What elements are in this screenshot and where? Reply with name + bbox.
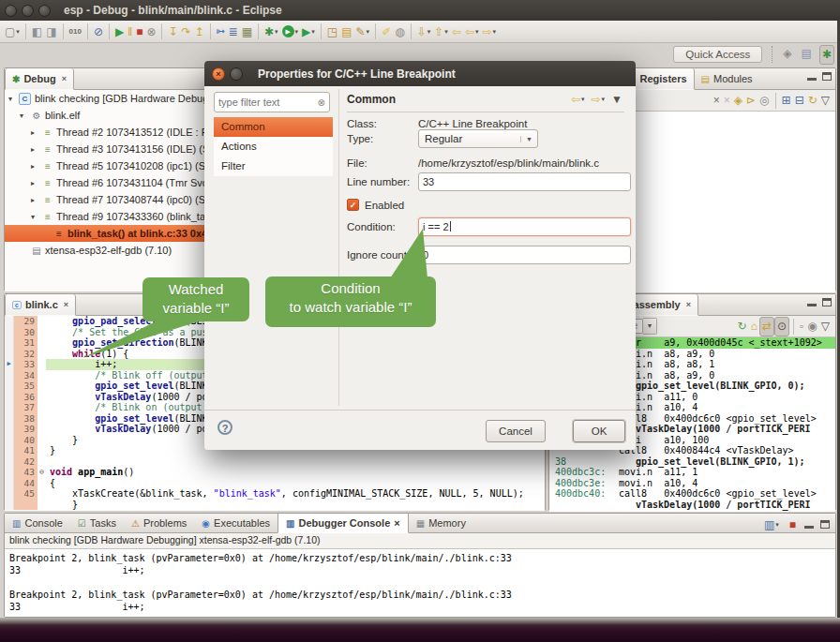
breakpoint-margin[interactable] bbox=[5, 478, 14, 489]
chevron-down-icon[interactable]: ▾ bbox=[475, 28, 479, 36]
code-line[interactable]: 44{ bbox=[5, 478, 545, 489]
view-menu-icon[interactable]: ▽ bbox=[819, 92, 832, 110]
step-over-icon[interactable]: ↷ bbox=[180, 22, 193, 40]
expand-all-icon[interactable]: ⊞ bbox=[780, 92, 793, 110]
window-minimize-icon[interactable] bbox=[22, 5, 34, 17]
instruction-stepping-icon[interactable]: i↦ bbox=[215, 22, 227, 40]
new-project-icon[interactable]: ◳ bbox=[325, 22, 339, 40]
disassembly-line[interactable]: 400dbc3c:movi.n a11, 1 bbox=[549, 467, 835, 478]
breakpoint-margin[interactable] bbox=[5, 488, 14, 500]
highlight-icon[interactable]: ✐ bbox=[380, 22, 393, 40]
breakpoint-margin[interactable] bbox=[5, 424, 14, 435]
disassembly-line[interactable]: 400dbc3e:movi.n a10, 4 bbox=[549, 478, 835, 489]
clear-filter-icon[interactable]: ⊗ bbox=[318, 97, 329, 108]
expand-arrow-icon[interactable]: ▸ bbox=[31, 179, 41, 187]
pin-view-icon[interactable]: ◉ bbox=[805, 318, 818, 336]
chevron-down-icon[interactable]: ▾ bbox=[775, 521, 779, 529]
step-into-icon[interactable]: ↧ bbox=[166, 22, 179, 40]
close-icon[interactable]: × bbox=[64, 300, 68, 309]
refresh-icon[interactable]: ↻ bbox=[736, 318, 749, 336]
tab-tasks[interactable]: ☑Tasks bbox=[70, 514, 124, 532]
tab-debugger-console[interactable]: ▥Debugger Console× bbox=[278, 514, 409, 533]
tab-blink-c[interactable]: c blink.c × bbox=[5, 294, 76, 316]
chevron-down-icon[interactable]: ▾ bbox=[581, 96, 585, 103]
minimize-icon[interactable] bbox=[804, 520, 814, 529]
cancel-button[interactable]: Cancel bbox=[486, 420, 546, 442]
chevron-down-icon[interactable]: ▾ bbox=[311, 28, 315, 36]
chevron-down-icon[interactable]: ▾ bbox=[295, 28, 299, 36]
step-return-icon[interactable]: ↥ bbox=[193, 22, 206, 40]
resume-icon[interactable]: ▶ bbox=[113, 22, 126, 40]
quick-access-button[interactable]: Quick Access bbox=[673, 46, 762, 63]
breakpoint-margin[interactable] bbox=[5, 327, 14, 338]
code-line[interactable]: 45 xTaskCreate(&blink_task, "blink_task"… bbox=[5, 488, 545, 500]
expand-arrow-icon[interactable]: ▸ bbox=[31, 128, 41, 137]
chevron-down-icon[interactable]: ▾ bbox=[367, 28, 370, 36]
filter-input[interactable] bbox=[215, 96, 318, 109]
back-icon[interactable]: ⇦▾ bbox=[463, 22, 481, 40]
search-icon[interactable]: ✎▾ bbox=[354, 22, 372, 40]
ignore-count-input[interactable]: 0 bbox=[418, 246, 631, 264]
breakpoint-margin[interactable] bbox=[5, 413, 14, 425]
tab-debug[interactable]: ✱ Debug × bbox=[5, 68, 74, 90]
display-console-icon[interactable]: ▥▾ bbox=[762, 515, 781, 533]
breakpoint-margin[interactable] bbox=[5, 456, 14, 468]
close-icon[interactable]: × bbox=[686, 300, 691, 309]
back-icon[interactable]: ⇦▾ bbox=[569, 91, 587, 109]
tab-console[interactable]: ▥Console bbox=[5, 514, 70, 532]
tab-modules[interactable]: ▤Modules bbox=[695, 68, 759, 89]
breakpoint-margin[interactable] bbox=[5, 316, 14, 327]
dialog-close-icon[interactable]: × bbox=[212, 67, 225, 81]
next-annotation-icon[interactable]: ⇩▾ bbox=[415, 22, 433, 40]
disassembly-line[interactable]: 400dbc40:call8 0x400dc6c0 <gpio_set_leve… bbox=[549, 488, 835, 500]
breakpoint-margin[interactable] bbox=[5, 392, 14, 403]
fold-collapse-icon[interactable]: ⊖ bbox=[38, 467, 46, 478]
breakpoint-margin[interactable] bbox=[5, 381, 14, 392]
maximize-icon[interactable] bbox=[822, 298, 832, 306]
debug-perspective-icon[interactable]: ✱ bbox=[819, 45, 834, 65]
code-line[interactable]: 43⊖void app_main() bbox=[5, 467, 545, 478]
window-close-icon[interactable] bbox=[5, 5, 17, 17]
skip-all-breakpoints-icon[interactable]: ⊘ bbox=[92, 22, 105, 40]
disassembly-line[interactable]: 38gpio_set_level(BLINK_GPIO, 1); bbox=[549, 456, 835, 468]
view-menu-icon[interactable]: ▼ bbox=[609, 91, 624, 109]
condition-input[interactable]: i == 2 bbox=[418, 217, 631, 236]
forward-icon[interactable]: ⇨▾ bbox=[480, 22, 498, 40]
close-icon[interactable]: × bbox=[62, 74, 67, 83]
disassembly-line[interactable]: vTaskDelay(1000 / portTICK_PERI bbox=[549, 500, 835, 511]
breakpoint-margin[interactable] bbox=[5, 445, 14, 456]
restore-default-icon[interactable]: ↻ bbox=[806, 92, 819, 110]
cpp-perspective-icon[interactable]: ▤ bbox=[800, 45, 814, 63]
last-edit-location-icon[interactable]: ⇦ bbox=[450, 22, 463, 40]
open-new-view-icon[interactable]: ▫ bbox=[798, 318, 805, 336]
ok-button[interactable]: OK bbox=[573, 420, 625, 442]
console-output[interactable]: Breakpoint 2, blink_task (pvParameter=0x… bbox=[5, 548, 835, 617]
dialog-maximize-icon[interactable] bbox=[230, 67, 243, 81]
chevron-down-icon[interactable]: ▾ bbox=[275, 28, 278, 36]
expand-arrow-icon[interactable]: ▸ bbox=[31, 196, 41, 204]
minimize-icon[interactable] bbox=[807, 298, 817, 306]
save-icon[interactable]: ◧ bbox=[30, 22, 44, 40]
chevron-down-icon[interactable]: ▾ bbox=[602, 96, 606, 103]
breakpoint-margin[interactable] bbox=[5, 500, 14, 511]
run-icon[interactable]: ▶▾ bbox=[280, 22, 301, 40]
tab-problems[interactable]: ⚠Problems bbox=[124, 514, 194, 532]
disconnect-icon[interactable]: ⊗ bbox=[144, 22, 158, 40]
terminate-console-icon[interactable]: ■ bbox=[788, 515, 798, 533]
maximize-icon[interactable] bbox=[822, 72, 832, 81]
expand-arrow-icon[interactable]: ▸ bbox=[31, 162, 41, 171]
window-maximize-icon[interactable] bbox=[38, 5, 51, 17]
breakpoint-margin[interactable] bbox=[5, 337, 14, 349]
view-menu-icon[interactable]: ▽ bbox=[819, 318, 832, 336]
remove-all-registers-icon[interactable]: × bbox=[722, 92, 732, 110]
breakpoint-margin[interactable] bbox=[5, 349, 14, 360]
forward-icon[interactable]: ⇨▾ bbox=[590, 91, 608, 109]
chevron-down-icon[interactable]: ▾ bbox=[493, 28, 497, 36]
minimize-icon[interactable] bbox=[807, 72, 817, 81]
chevron-down-icon[interactable]: ▾ bbox=[16, 28, 20, 36]
tab-memory[interactable]: ▦Memory bbox=[409, 514, 473, 532]
open-perspective-icon[interactable]: ◈ bbox=[781, 45, 793, 63]
tab-executables[interactable]: ◉Executables bbox=[194, 514, 278, 532]
expand-arrow-icon[interactable]: ▾ bbox=[8, 95, 19, 103]
deselect-icon[interactable]: ◎ bbox=[758, 92, 771, 110]
